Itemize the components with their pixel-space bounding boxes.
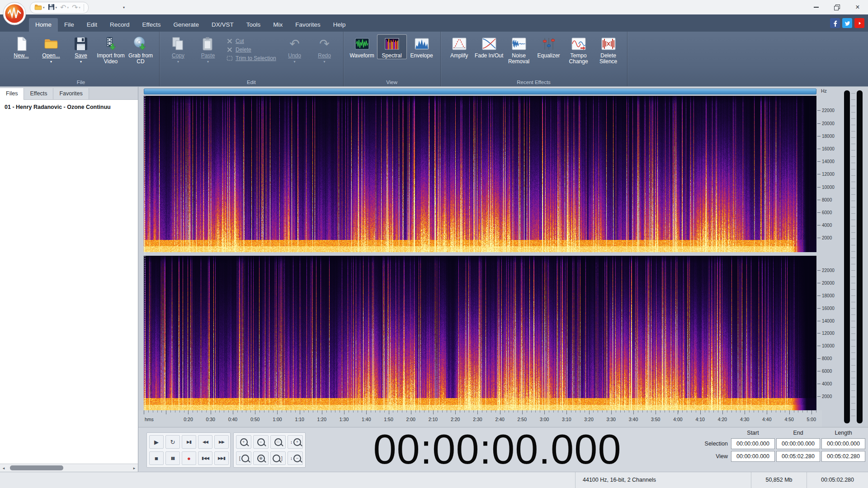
view-length-field[interactable]: 00:05:02.280	[821, 451, 865, 462]
scroll-right-arrow-icon[interactable]: ▸	[131, 466, 138, 470]
tick-mark	[817, 384, 821, 384]
paste-button[interactable]: Paste▾	[193, 34, 223, 64]
qat-save-button[interactable]: ▾	[48, 4, 57, 12]
menu-tab-home[interactable]: Home	[29, 18, 58, 32]
freq-tick-label: 6000	[822, 369, 832, 374]
cut-button[interactable]: Cut	[226, 38, 244, 44]
ribbon-group-label: Edit	[160, 80, 343, 85]
overview-position-bar[interactable]	[144, 89, 816, 94]
menu-tab-tools[interactable]: Tools	[240, 18, 267, 32]
time-ruler[interactable]: hms 0:200:300:400:501:001:101:201:301:40…	[138, 410, 822, 427]
sidebar-horizontal-scrollbar[interactable]: ◂ ▸	[0, 464, 138, 472]
maximize-button[interactable]	[826, 0, 847, 14]
zoom-level-button[interactable]: ∷	[270, 435, 286, 449]
waveform-button[interactable]: Waveform	[347, 34, 377, 59]
fade-in-out-button[interactable]: Fade In/Out	[474, 34, 504, 59]
view-start-field[interactable]: 00:00:00.000	[731, 451, 775, 462]
zoom-in-button[interactable]: +	[236, 435, 251, 449]
zoom-vertical-in-icon: +	[293, 438, 301, 446]
menu-tab-mix[interactable]: Mix	[267, 18, 289, 32]
zoom-reset-button[interactable]: ]	[270, 451, 286, 465]
zoom-vertical-out-button[interactable]: ↕−	[288, 451, 303, 465]
delete-icon	[226, 47, 233, 53]
grab-from-cd-button[interactable]: Grab from CD	[126, 34, 156, 65]
menu-tab-help[interactable]: Help	[327, 18, 352, 32]
close-button[interactable]: ×	[847, 0, 868, 14]
undo-button[interactable]: ↶Undo▾	[280, 34, 310, 64]
redo-button[interactable]: ↷Redo▾	[310, 34, 340, 64]
amplify-button[interactable]: Amplify	[444, 34, 474, 59]
selection-start-field[interactable]: 00:00:00.000	[731, 438, 775, 449]
social-youtube-icon[interactable]	[854, 18, 864, 28]
zoom-vertical-in-button[interactable]: ↕+	[288, 435, 303, 449]
stop-button[interactable]: ■	[149, 451, 164, 465]
zoom-selection-button[interactable]: [	[236, 451, 251, 465]
qat-customize-button[interactable]: ▾	[121, 5, 127, 9]
rewind-button[interactable]: ◀◀	[198, 435, 212, 449]
sidebar-tab-favorites[interactable]: Favorites	[53, 88, 89, 99]
freq-tick: 16000	[817, 306, 835, 310]
menu-tab-effects[interactable]: Effects	[136, 18, 167, 32]
go-to-end-button[interactable]: ▶▶▮	[214, 451, 229, 465]
qat-redo-button[interactable]: ↷▾	[72, 4, 80, 12]
scrollbar-thumb[interactable]	[10, 465, 63, 470]
delete-button[interactable]: Delete	[226, 47, 251, 53]
equalizer-button[interactable]: Equalizer	[534, 34, 564, 59]
social-twitter-icon[interactable]	[842, 18, 852, 28]
tick-mark	[817, 371, 821, 371]
menu-tab-file[interactable]: File	[58, 18, 80, 32]
sidebar-tab-files[interactable]: Files	[0, 88, 24, 100]
social-facebook-icon[interactable]	[830, 18, 840, 28]
noise-removal-button[interactable]: Noise Removal	[504, 34, 534, 65]
time-ruler-major-ticks	[144, 410, 816, 414]
fast-forward-button[interactable]: ▶▶	[214, 435, 229, 449]
import-from-video-button[interactable]: Import from Video	[96, 34, 126, 65]
tempo-change-button[interactable]: Tempo Change	[564, 34, 594, 65]
record-button[interactable]: ●	[182, 451, 196, 465]
play-button[interactable]: ▶	[149, 435, 164, 449]
freq-tick-label: 18000	[822, 293, 835, 298]
scroll-left-arrow-icon[interactable]: ◂	[0, 466, 7, 470]
zoom-controls: +−∷↕+[⊕]↕−	[233, 432, 306, 468]
selection-length-field[interactable]: 00:00:00.000	[821, 438, 865, 449]
dropdown-arrow-icon: ▾	[43, 6, 45, 9]
tick-mark	[817, 283, 821, 283]
pause-button[interactable]: ▮▮	[165, 451, 180, 465]
play-to-end-button[interactable]: ▶▮	[182, 435, 196, 449]
copy-button[interactable]: Copy▾	[163, 34, 193, 64]
menu-tab-record[interactable]: Record	[104, 18, 136, 32]
open-button[interactable]: Open...▾	[36, 34, 66, 64]
zoom-full-button[interactable]: ⊕	[253, 451, 269, 465]
qat-undo-button[interactable]: ↶▾	[60, 4, 69, 12]
spectrogram-channel-left[interactable]	[144, 96, 816, 252]
spectral-button[interactable]: Spectral	[377, 34, 407, 59]
menu-tab-generate[interactable]: Generate	[167, 18, 205, 32]
go-to-start-button[interactable]: ▮◀◀	[198, 451, 212, 465]
wavepad-logo-icon[interactable]	[3, 2, 26, 25]
sidebar-tab-effects[interactable]: Effects	[24, 88, 53, 99]
tick-mark	[817, 270, 821, 271]
loop-button[interactable]: ↻	[165, 435, 180, 449]
spectrogram-channel-right[interactable]	[144, 256, 816, 410]
save-button[interactable]: Save▾	[66, 34, 96, 64]
minimize-button[interactable]	[806, 0, 826, 14]
menu-tab-dx-vst[interactable]: DX/VST	[205, 18, 240, 32]
selection-end-field[interactable]: 00:00:00.000	[776, 438, 820, 449]
qat-open-button[interactable]: ▾	[34, 4, 45, 12]
envelope-button[interactable]: Envelope	[407, 34, 437, 59]
view-end-field[interactable]: 00:05:02.280	[776, 451, 820, 462]
level-meter-left	[844, 90, 850, 423]
freq-tick: 4000	[817, 223, 832, 228]
zoom-out-button[interactable]: −	[253, 435, 269, 449]
trim-to-selection-button[interactable]: Trim to Selection	[226, 55, 276, 61]
new-button[interactable]: New...	[6, 34, 36, 59]
dropdown-arrow-icon: ▾	[177, 60, 179, 64]
file-list-item[interactable]: 01 - Henry Radanovic - Ozone Continuu	[0, 101, 138, 113]
menu-tab-edit[interactable]: Edit	[80, 18, 104, 32]
status-length: 00:05:02.280	[807, 472, 868, 488]
menu-tab-favorites[interactable]: Favorites	[289, 18, 327, 32]
freq-tick-label: 20000	[822, 281, 835, 286]
time-tick-label: 1:50	[384, 417, 393, 422]
scrollbar-track[interactable]	[7, 465, 131, 470]
delete-silence-button[interactable]: Delete Silence	[594, 34, 623, 65]
